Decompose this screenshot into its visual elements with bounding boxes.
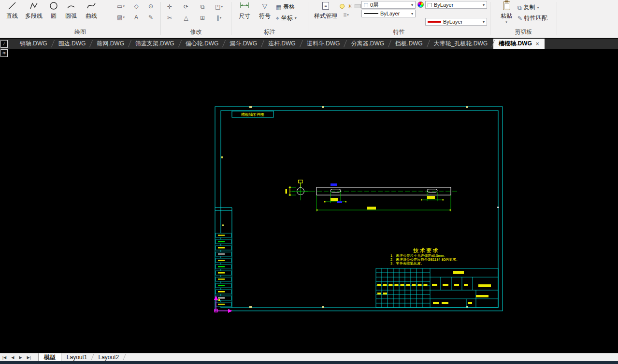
group-separator — [557, 2, 557, 35]
mirror-tool-icon[interactable]: △ — [180, 13, 192, 22]
doc-tab[interactable]: 销轴.DWG — [14, 39, 53, 49]
shaft-main-view[interactable] — [290, 187, 458, 195]
color-value: ByLayer — [434, 2, 453, 8]
side-tool-icon-2[interactable]: ≋ — [0, 49, 8, 57]
doc-tab[interactable]: 进料斗.DWG — [302, 39, 345, 49]
offset-tool-icon[interactable]: ∥▾ — [213, 13, 225, 22]
chevron-down-icon: ▾ — [411, 3, 413, 7]
linecolor-sample-icon — [428, 21, 441, 23]
coordinate-button[interactable]: ⌖ 坐标 ▾ — [276, 14, 297, 22]
move-tool-icon[interactable]: ✛ — [164, 2, 175, 11]
menu-icon[interactable]: ≡▾ — [340, 10, 352, 19]
circle-button[interactable]: 圆 — [46, 1, 61, 20]
polyline-icon — [29, 1, 39, 11]
frame-tick-marks — [221, 106, 499, 308]
polyline-button[interactable]: 多段线 — [22, 1, 45, 20]
symbol-icon: ▽ — [262, 1, 268, 11]
drawing-frame[interactable] — [215, 107, 503, 311]
linetype-dropdown[interactable]: ByLayer ▾ — [361, 10, 416, 17]
clipboard-group-label: 剪切板 — [490, 28, 557, 36]
first-tab-button[interactable]: |◀ — [0, 353, 9, 361]
color-dropdown[interactable]: ByLayer ▾ — [425, 1, 487, 9]
paste-button[interactable]: 粘贴 ▾ — [497, 1, 516, 24]
copy-tool-icon[interactable]: ⧉ — [197, 2, 208, 11]
tech-requirements[interactable]: 技术要求 1、未注公差尺寸允许偏差±0.5mm。 2、未注形位公差应符合GB11… — [390, 248, 460, 266]
doc-tab-active[interactable]: 槽棍轴.DWG × — [493, 39, 545, 49]
dimension-button[interactable]: 尺寸 — [236, 1, 253, 20]
rectangle-tool-icon[interactable]: ▭▾ — [115, 1, 127, 11]
doc-tab[interactable]: 挡板.DWG — [390, 39, 428, 49]
style-manager-button[interactable]: ≡ 样式管理 — [313, 1, 338, 20]
margin-item-strip[interactable] — [216, 233, 231, 307]
side-tool-icon-1[interactable]: ∕ — [0, 40, 8, 48]
symbol-label: 符号 — [259, 12, 271, 20]
next-tab-button[interactable]: ▶ — [16, 353, 24, 361]
doc-tab[interactable]: 大带轮_孔板轮.DWG — [429, 39, 493, 49]
polygon-tool-icon[interactable]: ◇ — [130, 1, 142, 11]
color-wheel-icon[interactable] — [417, 1, 424, 8]
sketch-tool-icon[interactable]: ✎ — [145, 13, 157, 22]
title-block[interactable] — [376, 268, 498, 308]
drawing-canvas[interactable]: 槽棍轴零件图 — [0, 49, 618, 353]
draw-group-label: 绘图 — [0, 28, 160, 36]
close-icon[interactable]: × — [536, 41, 539, 47]
ribbon-group-properties: ≡ 样式管理 ☀ 0层 ▾ ByLayer ▾ ≡▾ ByLayer ▾ ByL… — [308, 0, 490, 38]
doc-tab[interactable]: 围边.DWG — [53, 39, 91, 49]
doc-tab[interactable]: 筛蓝支架.DWG — [130, 39, 180, 49]
spline-button[interactable]: 曲线 — [82, 1, 101, 20]
layer-dropdown[interactable]: 0层 ▾ — [361, 1, 416, 9]
status-strip — [0, 361, 618, 364]
match-properties-button[interactable]: ✎ 特性匹配 — [517, 14, 547, 22]
chevron-down-icon: ▾ — [483, 3, 485, 7]
ribbon: 直线 多段线 圆 圆弧 曲线 ▭▾ ◇ ⊙ ▨ — [0, 0, 618, 38]
ribbon-group-annotate: 尺寸 ▽ 符号 ▦ 表格 ⌖ 坐标 ▾ 标注 — [231, 0, 308, 38]
trim-tool-icon[interactable]: ✂ — [164, 13, 175, 22]
paste-icon — [503, 1, 510, 11]
doc-tab[interactable]: 连杆.DWG — [263, 39, 301, 49]
arc-button[interactable]: 圆弧 — [62, 1, 80, 20]
chevron-down-icon: ▾ — [505, 20, 507, 24]
linetype-sample-icon — [364, 13, 378, 14]
layout1-tab[interactable]: Layout1 — [61, 353, 93, 361]
doc-tab[interactable]: 分离器.DWG — [345, 39, 389, 49]
symbol-button[interactable]: ▽ 符号 — [257, 1, 273, 20]
spline-label: 曲线 — [86, 12, 97, 20]
layout2-tab[interactable]: Layout2 — [93, 353, 124, 361]
doc-tab[interactable]: 筛网.DWG — [91, 39, 129, 49]
side-toolbar: ∕ ≋ — [0, 40, 8, 57]
chevron-down-icon: ▾ — [411, 12, 413, 16]
chevron-down-icon: ▾ — [483, 20, 485, 24]
sun-icon[interactable]: ☀ — [346, 1, 354, 11]
line-button[interactable]: 直线 — [3, 1, 21, 20]
array-tool-icon[interactable]: ⊞ — [197, 13, 208, 22]
linecolor-dropdown[interactable]: ByLayer ▾ — [425, 18, 487, 26]
copy-button[interactable]: ⧉ 复制 ▾ — [517, 3, 539, 12]
hatch-tool-icon[interactable]: ▨▾ — [115, 13, 127, 22]
bulb-icon[interactable] — [338, 1, 346, 11]
polyline-label: 多段线 — [25, 12, 43, 20]
ribbon-group-clipboard: 粘贴 ▾ ⧉ 复制 ▾ ✎ 特性匹配 剪切板 — [490, 0, 557, 38]
annotate-group-label: 标注 — [231, 28, 308, 36]
rotate-tool-icon[interactable]: ⟳ — [180, 2, 192, 11]
scale-tool-icon[interactable]: ◰▾ — [213, 2, 225, 11]
line-label: 直线 — [6, 12, 18, 20]
printer-icon[interactable] — [354, 1, 361, 11]
style-manager-icon: ≡ — [322, 1, 329, 11]
linetype-value: ByLayer — [380, 11, 400, 16]
doc-tab[interactable]: 偏心轮.DWG — [180, 39, 224, 49]
shaft-end-view[interactable] — [286, 180, 310, 200]
layer-value: 0层 — [370, 1, 378, 9]
ribbon-group-modify: ✛ ⟳ ⧉ ◰▾ ✂ △ ⊞ ∥▾ 修改 — [161, 0, 231, 38]
doc-tab[interactable]: 漏斗.DWG — [224, 39, 262, 49]
point-tool-icon[interactable]: ⊙ — [145, 1, 157, 11]
prev-tab-button[interactable]: ◀ — [9, 353, 16, 361]
last-tab-button[interactable]: ▶| — [25, 353, 33, 361]
circle-label: 圆 — [51, 12, 57, 20]
copy-icon: ⧉ — [517, 4, 522, 11]
table-icon: ▦ — [276, 4, 281, 11]
line-icon — [7, 1, 17, 11]
table-button[interactable]: ▦ 表格 — [276, 3, 295, 11]
text-tool-icon[interactable]: A — [130, 13, 142, 22]
model-tab[interactable]: 模型 — [38, 353, 61, 361]
properties-group-label: 特性 — [308, 28, 490, 36]
